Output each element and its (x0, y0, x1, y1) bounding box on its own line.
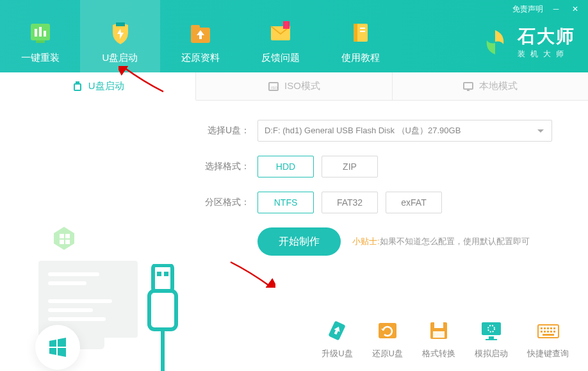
svg-rect-18 (464, 83, 473, 89)
usb-up-icon (325, 318, 349, 343)
windows-badge (35, 325, 80, 370)
svg-marker-24 (65, 240, 70, 244)
svg-rect-33 (434, 322, 443, 328)
tab-feedback[interactable]: 反馈问题 (240, 0, 320, 72)
screen-icon (479, 318, 503, 343)
tab-restore-label: 还原资料 (181, 52, 220, 64)
svg-rect-3 (44, 31, 46, 37)
svg-rect-49 (553, 331, 555, 333)
svg-rect-9 (283, 21, 290, 29)
bottom-toolbar: 升级U盘 还原U盘 格式转换 模拟启动 快捷键查询 (322, 318, 569, 359)
tab-reinstall[interactable]: 一键重装 (0, 0, 80, 72)
subtab-local-label: 本地模式 (479, 80, 518, 92)
svg-text:ISO: ISO (271, 86, 278, 90)
label-format: 选择格式： (205, 161, 250, 172)
format-zip-button[interactable]: ZIP (322, 156, 378, 177)
tab-usb-boot-label: U盘启动 (102, 52, 138, 64)
subtab-iso-label: ISO模式 (284, 80, 320, 92)
svg-rect-1 (35, 29, 37, 37)
subtab-usb-label: U盘启动 (88, 80, 124, 92)
tool-shortcut-label: 快捷键查询 (527, 348, 569, 359)
tool-shortcut[interactable]: 快捷键查询 (527, 318, 569, 359)
subtab-local[interactable]: 本地模式 (393, 72, 588, 100)
svg-rect-19 (467, 90, 470, 91)
svg-rect-7 (191, 25, 200, 29)
tab-reinstall-label: 一键重装 (21, 52, 60, 64)
tool-restore-label: 还原U盘 (372, 348, 403, 359)
svg-rect-47 (547, 331, 549, 333)
svg-marker-22 (65, 234, 70, 238)
floppy-icon (427, 318, 451, 343)
windows-icon (47, 337, 68, 358)
tool-simulate[interactable]: 模拟启动 (475, 318, 508, 359)
usb-icon (72, 80, 83, 92)
tip-text: 小贴士:如果不知道怎么配置，使用默认配置即可 (352, 236, 530, 247)
partition-ntfs-button[interactable]: NTFS (257, 192, 314, 213)
usb-plug-icon (144, 264, 183, 371)
tool-restore-usb[interactable]: 还原U盘 (372, 318, 403, 359)
mail-icon (267, 19, 294, 45)
illustration-panel (0, 101, 199, 371)
svg-rect-11 (354, 24, 357, 42)
svg-rect-27 (164, 272, 168, 276)
svg-rect-38 (486, 339, 497, 340)
chart-icon (27, 19, 54, 45)
sub-tabs: U盘启动 ISO ISO模式 本地模式 (0, 72, 588, 101)
svg-rect-34 (433, 331, 445, 338)
svg-marker-21 (60, 234, 64, 238)
tool-simulate-label: 模拟启动 (475, 348, 508, 359)
keyboard-icon (536, 318, 560, 343)
svg-marker-23 (60, 240, 64, 244)
close-button[interactable]: ✕ (569, 3, 582, 15)
tool-convert-label: 格式转换 (422, 348, 455, 359)
svg-rect-5 (116, 22, 125, 26)
svg-rect-12 (360, 28, 365, 29)
disclaimer-link[interactable]: 免责声明 (512, 4, 543, 15)
svg-rect-4 (36, 40, 45, 43)
label-partition: 分区格式： (205, 197, 250, 208)
svg-rect-40 (541, 327, 543, 329)
svg-rect-35 (482, 322, 501, 335)
usb-drive-select[interactable]: D:F: (hd1) General USB Flash Disk （U盘）27… (257, 120, 552, 142)
svg-rect-48 (550, 331, 552, 333)
svg-rect-46 (544, 331, 546, 333)
monitor-icon (462, 81, 474, 92)
partition-fat32-button[interactable]: FAT32 (322, 192, 378, 213)
svg-rect-41 (544, 327, 546, 329)
svg-rect-13 (360, 31, 365, 32)
tool-convert[interactable]: 格式转换 (422, 318, 455, 359)
svg-rect-44 (553, 327, 555, 329)
brand-logo-icon (480, 28, 510, 57)
svg-rect-42 (547, 327, 549, 329)
shield-icon (107, 19, 134, 45)
subtab-usb[interactable]: U盘启动 (0, 72, 196, 101)
svg-rect-25 (153, 265, 172, 291)
hexagon-decoration-icon (51, 226, 77, 251)
title-bar: 免责声明 ─ ✕ 一键重装 U盘启动 还原资料 反馈问题 (0, 0, 588, 72)
iso-icon: ISO (268, 81, 279, 92)
svg-rect-45 (541, 331, 543, 333)
usb-drive-value: D:F: (hd1) General USB Flash Disk （U盘）27… (265, 125, 461, 136)
restore-icon (375, 318, 400, 343)
svg-rect-28 (149, 291, 176, 329)
book-icon (347, 19, 374, 45)
label-select-usb: 选择U盘： (205, 125, 250, 136)
partition-exfat-button[interactable]: exFAT (386, 192, 442, 213)
brand-subtitle: 装机大师 (518, 49, 569, 60)
tool-upgrade-label: 升级U盘 (322, 348, 352, 359)
svg-rect-37 (489, 336, 494, 339)
tab-feedback-label: 反馈问题 (261, 52, 300, 64)
tab-usb-boot[interactable]: U盘启动 (80, 0, 160, 72)
tab-restore[interactable]: 还原资料 (160, 0, 240, 72)
svg-rect-50 (543, 334, 554, 336)
format-hdd-button[interactable]: HDD (257, 156, 314, 177)
tab-tutorial[interactable]: 使用教程 (320, 0, 400, 72)
svg-rect-43 (550, 327, 552, 329)
start-create-button[interactable]: 开始制作 (257, 227, 341, 256)
tool-upgrade-usb[interactable]: 升级U盘 (322, 318, 352, 359)
svg-rect-15 (74, 84, 81, 90)
upload-folder-icon (187, 19, 214, 45)
subtab-iso[interactable]: ISO ISO模式 (196, 72, 392, 100)
minimize-button[interactable]: ─ (550, 3, 562, 15)
brand: 石大师 装机大师 (480, 24, 575, 60)
